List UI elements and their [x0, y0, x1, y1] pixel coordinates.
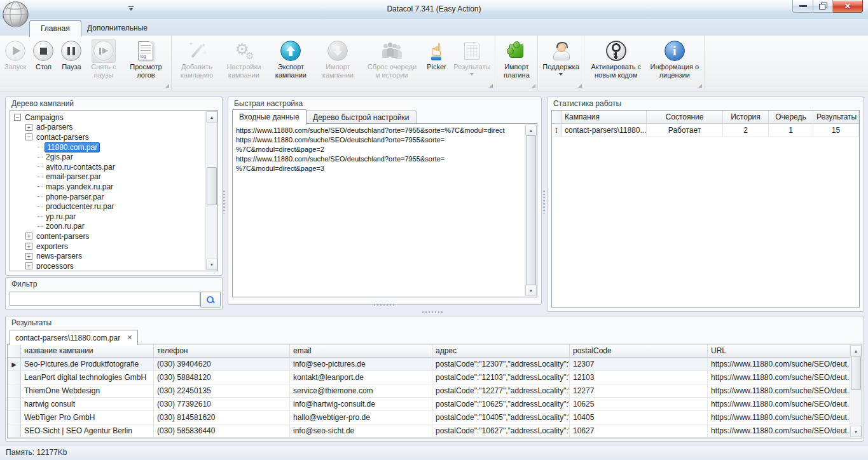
table-row[interactable]: Icontact-parsers\11880....Работает2115: [552, 124, 859, 137]
tree-item-2gis.par[interactable]: 2gis.par: [11, 152, 205, 162]
results-caption: Результаты: [11, 318, 52, 327]
vertical-splitter[interactable]: [543, 191, 545, 213]
cell: https://www.11880.com/suche/SEO/deut...: [708, 411, 851, 424]
close-tab-icon[interactable]: ✕: [127, 334, 132, 342]
column-header[interactable]: адрес: [432, 344, 570, 358]
scrollbar-thumb[interactable]: [207, 167, 217, 205]
vertical-splitter[interactable]: [223, 191, 225, 213]
minimize-button[interactable]: [792, 0, 813, 13]
expand-icon[interactable]: +: [25, 253, 32, 260]
cell: 2: [723, 124, 769, 137]
close-button[interactable]: [833, 0, 863, 13]
tree-item-zoon.ru.par[interactable]: zoon.ru.par: [11, 222, 205, 232]
import-down-button: Импорт кампании: [314, 37, 361, 88]
column-header[interactable]: URL: [708, 344, 851, 358]
scroll-up-icon[interactable]: [850, 345, 862, 356]
scrollbar-thumb[interactable]: [526, 135, 536, 285]
picker-hand-button[interactable]: ☝Picker: [422, 37, 450, 88]
input-data-box[interactable]: https://www.11880.com/suche/SEO/deutschl…: [232, 123, 537, 297]
results-tab[interactable]: contact-parsers\11880.com.par ✕: [10, 330, 138, 345]
ribbon-button-label: Добавить кампанию: [176, 63, 217, 79]
expand-icon[interactable]: +: [25, 233, 32, 240]
tab-main[interactable]: Главная: [29, 20, 81, 37]
table-row[interactable]: ▶Seo-Pictures.de Produktfotografie(030) …: [8, 358, 851, 371]
scroll-down-icon[interactable]: [525, 285, 537, 296]
tree-item-contact-parsers[interactable]: −contact-parsers: [11, 132, 205, 142]
expand-icon[interactable]: +: [25, 262, 32, 269]
tree-item-news-parsers[interactable]: +news-parsers: [11, 251, 205, 261]
table-row[interactable]: LeanPort digital technologies GmbH(030) …: [8, 371, 851, 384]
tree-item-exporters[interactable]: +exporters: [11, 241, 205, 252]
cell: postalCode":"10405","addressLocality":"B…: [432, 411, 570, 424]
log-file-button[interactable]: Просмотр логов: [121, 37, 170, 88]
column-header[interactable]: postalCode: [570, 344, 708, 358]
input-scrollbar[interactable]: [525, 125, 536, 296]
tree-item-maps.yandex.ru.par[interactable]: maps.yandex.ru.par: [11, 182, 205, 192]
scrollbar-thumb[interactable]: [851, 356, 861, 390]
scroll-down-icon[interactable]: [206, 259, 217, 270]
key-button[interactable]: Активировать с новым кодом: [586, 37, 647, 88]
cell: (030) 77392610: [154, 398, 290, 411]
support-person-button[interactable]: Поддержка: [539, 37, 582, 88]
column-header[interactable]: Кампания: [561, 111, 647, 124]
restore-button[interactable]: [813, 0, 833, 13]
tab-additional[interactable]: Дополнительные: [76, 20, 158, 36]
row-marker: [8, 424, 21, 438]
column-header[interactable]: телефон: [154, 344, 290, 358]
tree-item-label: content-parsers: [35, 232, 90, 241]
input-urls-text[interactable]: https://www.11880.com/suche/SEO/deutschl…: [235, 125, 524, 295]
tree-scrollbar[interactable]: [205, 111, 217, 270]
tree-item-yp.ru.par[interactable]: yp.ru.par: [11, 212, 205, 222]
quick-access-dropdown-icon[interactable]: [128, 6, 134, 12]
horizontal-splitter[interactable]: [422, 311, 444, 313]
scroll-up-icon[interactable]: [525, 125, 537, 136]
tree-item-email-parser.par[interactable]: email-parser.par: [11, 172, 205, 182]
collapse-icon[interactable]: −: [25, 133, 32, 140]
stop-button[interactable]: Стоп: [29, 37, 57, 88]
tree-item-ad-parsers[interactable]: +ad-parsers: [11, 123, 205, 133]
tree-item-Campaigns[interactable]: −Campaigns: [11, 112, 205, 123]
cell: postalCode":"10627","addressLocality":"B…: [432, 424, 570, 438]
statistics-caption: Статистика работы: [553, 99, 621, 108]
ribbon-group-3: Импорт плагина: [495, 36, 538, 90]
column-header[interactable]: Результаты: [813, 111, 859, 124]
column-header[interactable]: название кампании: [21, 344, 154, 358]
row-marker: [8, 384, 21, 398]
info-button[interactable]: iИнформация о лицензии: [647, 37, 703, 88]
tree-item-productcenter.ru.par[interactable]: productcenter.ru.par: [11, 201, 205, 212]
export-up-button[interactable]: Экспорт кампании: [267, 37, 314, 88]
filter-input[interactable]: [10, 292, 200, 306]
table-row[interactable]: ThiemOne Webdesign(030) 22450135service@…: [8, 384, 851, 398]
tree-item-avito.ru-contacts.par[interactable]: avito.ru-contacts.par: [11, 162, 205, 172]
filter-search-button[interactable]: [200, 292, 221, 308]
plugin-puzzle-button[interactable]: Импорт плагина: [497, 37, 536, 88]
column-header[interactable]: Очередь: [769, 111, 813, 124]
tree-item-phone-parser.par[interactable]: phone-parser.par: [11, 192, 205, 202]
cell: (030) 58848120: [154, 371, 290, 384]
expand-icon[interactable]: +: [25, 243, 32, 250]
tree-item-content-parsers[interactable]: +content-parsers: [11, 231, 205, 241]
table-row[interactable]: WebTiger Pro GmbH(030) 814581620hallo@we…: [8, 411, 851, 424]
ribbon-button-label: Активировать с новым кодом: [589, 63, 644, 79]
column-header[interactable]: История: [723, 111, 769, 124]
expand-icon[interactable]: +: [25, 124, 32, 131]
cell: (030) 585836440: [154, 424, 290, 438]
table-row[interactable]: hartwig consult(030) 77392610info@hartwi…: [8, 398, 851, 411]
column-header[interactable]: email: [290, 344, 432, 358]
tree-item-11880.com.par[interactable]: 11880.com.par: [11, 142, 205, 152]
key-icon: [606, 39, 626, 63]
table-row[interactable]: SEO-Sicht | SEO Agentur Berlin(030) 5858…: [8, 424, 851, 438]
column-header[interactable]: Состояние: [647, 111, 723, 124]
tree-item-processors[interactable]: +processors: [11, 261, 205, 269]
pause-button[interactable]: Пауза: [57, 37, 85, 88]
horizontal-splitter[interactable]: [374, 304, 396, 306]
tree-connector: [37, 186, 43, 187]
tab-input-data[interactable]: Входные данные: [232, 109, 307, 125]
scroll-down-icon[interactable]: [850, 426, 862, 437]
results-scrollbar[interactable]: [850, 345, 861, 437]
ribbon-group-1: ЗапускСтопПаузаСнять с паузыПросмотр лог…: [0, 36, 172, 90]
results-table: название кампаниителефонemailадресpostal…: [8, 344, 862, 438]
collapse-icon[interactable]: −: [14, 114, 21, 121]
minimize-icon: [799, 5, 807, 7]
scroll-up-icon[interactable]: [206, 111, 217, 123]
